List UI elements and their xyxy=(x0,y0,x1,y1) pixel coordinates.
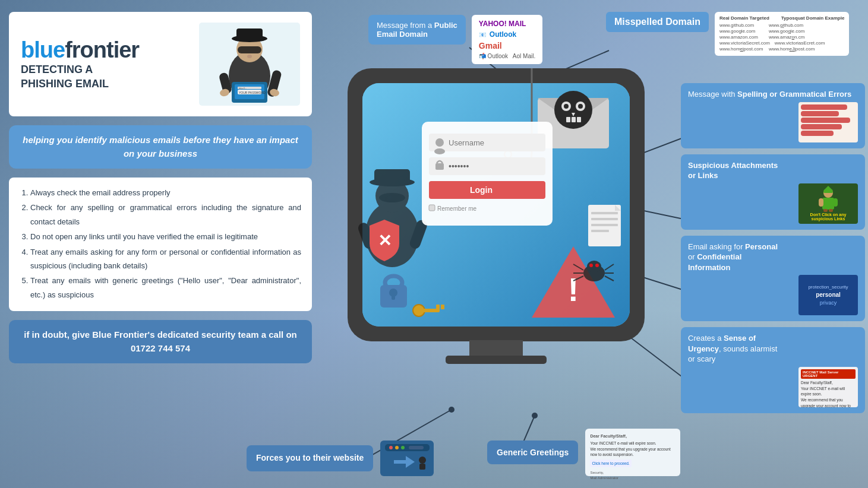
svg-point-105 xyxy=(395,446,399,449)
svg-text:Username: Username xyxy=(449,138,484,147)
svg-text:✕: ✕ xyxy=(378,232,392,250)
ex-row-5: www.homejpost.com www.homeJjpost.com xyxy=(719,46,844,52)
personal-body: protection_security personal privacy xyxy=(688,275,858,315)
personal-card: Email asking for Personalor Confidential… xyxy=(681,236,865,322)
ex-real-5: www.homejpost.com xyxy=(719,46,764,52)
svg-point-47 xyxy=(554,91,592,129)
contact-text: if in doubt, give Blue Frontier's dedica… xyxy=(21,328,300,355)
svg-rect-75 xyxy=(436,305,440,309)
spelling-card: Message with Spelling or Grammatical Err… xyxy=(681,83,865,148)
hacker-svg: YOUR PASSWORD http://... xyxy=(202,26,297,103)
urgency-email-subject: Dear Faculty/Staff,Your INCCNET e-mail w… xyxy=(801,380,856,407)
svg-rect-52 xyxy=(566,117,570,122)
urgency-title: Creates a Sense ofUrgency, sounds alarmi… xyxy=(688,333,858,365)
svg-rect-92 xyxy=(591,230,609,232)
ex-row-1: www.github.com www.github.com xyxy=(719,23,844,28)
examples-header: Real Domain Targeted Typosquat Domain Ex… xyxy=(719,15,844,21)
svg-rect-61 xyxy=(435,163,444,170)
urgency-header: INCCNET Mail Server URGENT xyxy=(801,369,856,379)
forces-label: Forces you to their website xyxy=(247,445,373,471)
svg-rect-107 xyxy=(409,446,424,449)
svg-rect-96 xyxy=(823,191,833,193)
logo-dark-part: frontier xyxy=(65,37,139,62)
personal-word-1: protection_security xyxy=(808,284,848,290)
personal-title: Email asking for Personalor Confidential… xyxy=(688,242,858,273)
svg-point-21 xyxy=(247,55,252,58)
hacker-image: YOUR PASSWORD http://... xyxy=(199,23,300,106)
link-figure xyxy=(810,186,846,213)
col-typo: Typosquat Domain Example xyxy=(781,15,845,21)
squiggle-2 xyxy=(801,111,839,116)
ex-real-4: www.victoriaSecret.com xyxy=(719,40,770,46)
svg-point-51 xyxy=(578,104,583,109)
svg-point-86 xyxy=(595,264,599,267)
tip-3: Do not open any links until you have ver… xyxy=(30,230,301,243)
squiggle-5 xyxy=(801,131,834,136)
spelling-img xyxy=(798,102,858,142)
tip-5: Treat any emails with generic greetings … xyxy=(30,274,301,302)
svg-rect-53 xyxy=(572,117,576,122)
svg-rect-60 xyxy=(429,157,545,175)
main-container: bluefrontier DETECTING A PHISHING EMAIL xyxy=(0,0,868,488)
generic-sign: Security,Mail Administrator xyxy=(590,470,676,480)
tagline-box: helping you identify malicious emails be… xyxy=(9,125,312,169)
svg-rect-98 xyxy=(819,198,823,207)
attachments-card: Suspicious Attachmentsor Links xyxy=(681,154,865,230)
logo-text-block: bluefrontier DETECTING A PHISHING EMAIL xyxy=(21,37,187,91)
svg-rect-99 xyxy=(833,198,838,207)
personal-img: protection_security personal privacy xyxy=(798,275,858,315)
svg-point-108 xyxy=(419,457,426,464)
svg-point-50 xyxy=(564,104,569,109)
col-real: Real Domain Targeted xyxy=(719,15,769,21)
tip-4: Treat any emails asking for any form or … xyxy=(30,245,301,273)
logo-blue-part: blue xyxy=(21,37,65,62)
ex-row-4: www.victoriaSecret.com www.victoriasEcre… xyxy=(719,40,844,46)
misspelled-examples: Real Domain Targeted Typosquat Domain Ex… xyxy=(715,12,849,56)
forces-text: Forces you to their website xyxy=(256,453,364,462)
ex-typo-3: www.amazon.cm xyxy=(769,34,813,40)
tips-box: Always check the email address properly … xyxy=(9,178,312,311)
svg-point-106 xyxy=(401,446,405,449)
svg-text:YOUR PASSWORD: YOUR PASSWORD xyxy=(239,91,266,94)
logo-subtitle-line2: PHISHING EMAIL xyxy=(21,77,187,91)
svg-rect-89 xyxy=(591,212,618,214)
svg-rect-40 xyxy=(374,169,410,184)
ex-real-2: www.google.com xyxy=(719,28,764,34)
svg-text:Login: Login xyxy=(470,185,493,195)
squiggle-3 xyxy=(801,118,850,123)
svg-point-57 xyxy=(435,138,444,147)
attachments-body: Don't Click on any suspicious Links xyxy=(688,183,858,224)
svg-rect-72 xyxy=(392,293,395,300)
svg-text:Remember me: Remember me xyxy=(437,205,477,212)
contact-box: if in doubt, give Blue Frontier's dedica… xyxy=(9,320,312,363)
ex-row-3: www.amazon.com www.amazon.cm xyxy=(719,34,844,40)
left-panel: bluefrontier DETECTING A PHISHING EMAIL xyxy=(9,12,312,363)
svg-text:!: ! xyxy=(568,271,579,308)
svg-rect-91 xyxy=(591,224,618,226)
svg-text:•••••••: ••••••• xyxy=(449,161,469,171)
svg-rect-109 xyxy=(419,464,425,470)
personal-word-3: privacy xyxy=(820,300,837,306)
personal-word-2: personal xyxy=(816,291,841,298)
ex-real-3: www.amazon.com xyxy=(719,34,764,40)
svg-rect-36 xyxy=(446,356,547,364)
ex-typo-1: www.github.com xyxy=(769,23,813,28)
svg-rect-97 xyxy=(822,198,834,210)
logo-text: bluefrontier xyxy=(21,37,187,63)
generic-link: Click here to proceed. xyxy=(590,460,631,467)
right-cards: Message with Spelling or Grammatical Err… xyxy=(681,83,865,413)
generic-label: Generic Greetings xyxy=(487,441,578,464)
svg-point-78 xyxy=(587,261,601,272)
generic-body: Your INCCNET e-mail will expire soon.We … xyxy=(590,441,676,458)
ex-typo-4: www.victoriasEcret.com xyxy=(775,40,825,46)
ex-typo-2: www.google.com xyxy=(769,28,813,34)
forces-svg xyxy=(382,441,433,476)
svg-point-41 xyxy=(379,193,405,202)
attachments-title: Suspicious Attachmentsor Links xyxy=(688,160,858,181)
svg-rect-101 xyxy=(829,209,833,212)
svg-point-85 xyxy=(589,264,593,267)
svg-rect-20 xyxy=(238,46,261,53)
generic-dear: Dear Faculty/Staff, xyxy=(590,433,676,439)
generic-img: Dear Faculty/Staff, Your INCCNET e-mail … xyxy=(585,429,680,476)
svg-rect-35 xyxy=(469,340,523,357)
